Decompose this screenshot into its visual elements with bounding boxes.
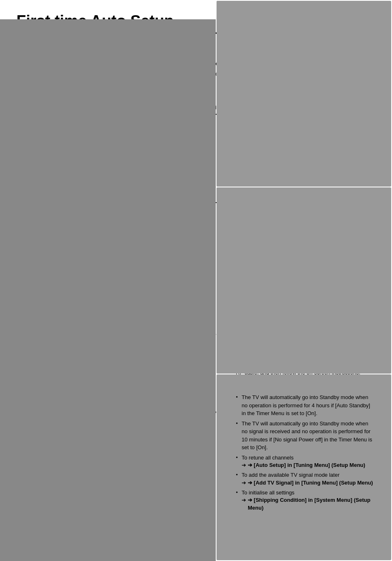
arrow-link-3: ➔ ➔ [Shipping Condition] in [System Menu… xyxy=(242,496,376,511)
section-3: 3 Select the type of [Home Screen] The d… xyxy=(236,143,376,321)
arrow-sym-2: ➔ xyxy=(242,479,246,487)
screen-panel-5 xyxy=(236,279,376,321)
arrow-link-1: ➔ ➔ [Auto Setup] in [Tuning Menu] (Setup… xyxy=(242,462,376,469)
arrow-link-3-text: ➔ [Shipping Condition] in [System Menu] … xyxy=(248,496,376,511)
arrow-link-1-text: ➔ [Auto Setup] in [Tuning Menu] (Setup M… xyxy=(248,462,365,469)
arrow-link-2: ➔ ➔ [Add TV Signal] in [Tuning Menu] (Se… xyxy=(242,479,376,487)
right-column: Tick the TV signal mode to tune, and the… xyxy=(236,39,376,517)
note-bullet-5: To initialise all settings ➔ ➔ [Shipping… xyxy=(236,489,376,512)
arrow-sym-3: ➔ xyxy=(242,496,246,504)
note-bullet-2: The TV will automatically go into Standb… xyxy=(236,420,376,452)
note-bullet-3: To retune all channels ➔ ➔ [Auto Setup] … xyxy=(236,454,376,469)
note-bullet-4: To add the available TV signal mode late… xyxy=(236,471,376,487)
screen-image-2 xyxy=(236,279,376,321)
arrow-sym-1: ➔ xyxy=(242,462,246,469)
arrow-link-2-text: ➔ [Add TV Signal] in [Tuning Menu] (Setu… xyxy=(248,479,373,487)
note-bullet-1: The TV will automatically go into Standb… xyxy=(236,393,376,418)
screen-side-2 xyxy=(236,279,376,321)
